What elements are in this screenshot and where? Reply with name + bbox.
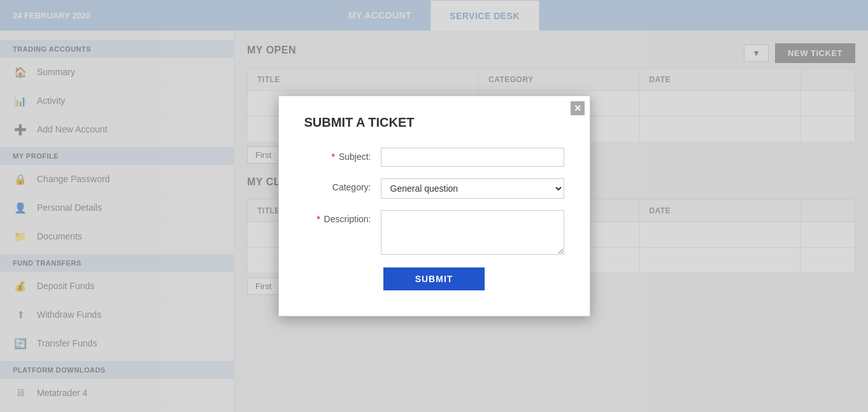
modal-title: SUBMIT A TICKET (304, 115, 564, 130)
modal-close-button[interactable]: ✕ (571, 101, 585, 115)
category-label: Category: (304, 178, 381, 192)
subject-input[interactable] (381, 148, 564, 167)
description-row: * Description: (304, 210, 564, 255)
description-required-star: * (317, 214, 320, 224)
description-label: * Description: (304, 210, 381, 224)
subject-required-star: * (332, 152, 335, 162)
modal-overlay: ✕ SUBMIT A TICKET * Subject: Category: G… (0, 0, 868, 412)
submit-button[interactable]: SUBMIT (383, 267, 485, 290)
description-textarea[interactable] (381, 210, 564, 255)
category-select[interactable]: General question Technical issue Account… (381, 178, 564, 199)
subject-row: * Subject: (304, 148, 564, 167)
submit-ticket-modal: ✕ SUBMIT A TICKET * Subject: Category: G… (278, 96, 590, 316)
subject-label: * Subject: (304, 148, 381, 162)
submit-row: SUBMIT (304, 267, 564, 290)
category-row: Category: General question Technical iss… (304, 178, 564, 199)
